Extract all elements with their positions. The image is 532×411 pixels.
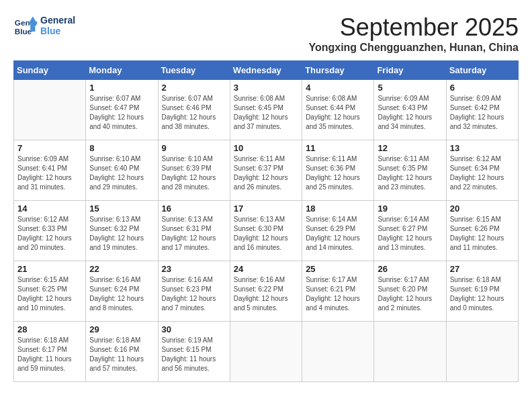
calendar-cell <box>230 322 302 382</box>
day-number: 2 <box>162 83 226 93</box>
calendar-week-row: 1Sunrise: 6:07 AM Sunset: 6:47 PM Daylig… <box>14 80 519 140</box>
location-title: Yongxing Chengguanzhen, Hunan, China <box>308 42 519 54</box>
calendar-cell: 26Sunrise: 6:17 AM Sunset: 6:20 PM Dayli… <box>374 261 446 322</box>
calendar-cell: 6Sunrise: 6:09 AM Sunset: 6:42 PM Daylig… <box>446 80 518 140</box>
logo-icon: General Blue <box>13 13 38 38</box>
calendar-cell: 11Sunrise: 6:11 AM Sunset: 6:36 PM Dayli… <box>302 140 374 201</box>
calendar-cell: 14Sunrise: 6:12 AM Sunset: 6:33 PM Dayli… <box>14 201 86 261</box>
day-number: 13 <box>450 143 515 153</box>
day-number: 6 <box>450 83 515 93</box>
calendar-cell: 18Sunrise: 6:14 AM Sunset: 6:29 PM Dayli… <box>302 201 374 261</box>
day-info: Sunrise: 6:08 AM Sunset: 6:45 PM Dayligh… <box>234 94 298 132</box>
calendar-table: SundayMondayTuesdayWednesdayThursdayFrid… <box>13 60 519 382</box>
calendar-cell: 3Sunrise: 6:08 AM Sunset: 6:45 PM Daylig… <box>230 80 302 140</box>
day-info: Sunrise: 6:12 AM Sunset: 6:33 PM Dayligh… <box>17 215 82 253</box>
day-info: Sunrise: 6:13 AM Sunset: 6:30 PM Dayligh… <box>234 215 298 253</box>
day-number: 16 <box>162 203 226 214</box>
day-info: Sunrise: 6:11 AM Sunset: 6:37 PM Dayligh… <box>234 154 298 192</box>
title-section: September 2025 Yongxing Chengguanzhen, H… <box>308 13 519 54</box>
day-info: Sunrise: 6:09 AM Sunset: 6:42 PM Dayligh… <box>450 94 515 132</box>
day-number: 23 <box>162 264 226 274</box>
day-info: Sunrise: 6:11 AM Sunset: 6:36 PM Dayligh… <box>306 154 370 192</box>
day-number: 12 <box>378 143 442 153</box>
day-number: 10 <box>234 143 298 153</box>
calendar-cell: 4Sunrise: 6:08 AM Sunset: 6:44 PM Daylig… <box>302 80 374 140</box>
calendar-cell: 7Sunrise: 6:09 AM Sunset: 6:41 PM Daylig… <box>14 140 86 201</box>
calendar-cell: 29Sunrise: 6:18 AM Sunset: 6:16 PM Dayli… <box>86 322 158 382</box>
calendar-cell <box>302 322 374 382</box>
day-info: Sunrise: 6:11 AM Sunset: 6:35 PM Dayligh… <box>378 154 442 192</box>
weekday-header-saturday: Saturday <box>446 61 518 80</box>
day-info: Sunrise: 6:14 AM Sunset: 6:27 PM Dayligh… <box>378 215 442 253</box>
calendar-cell: 30Sunrise: 6:19 AM Sunset: 6:15 PM Dayli… <box>158 322 230 382</box>
calendar-week-row: 21Sunrise: 6:15 AM Sunset: 6:25 PM Dayli… <box>14 261 519 322</box>
day-number: 20 <box>450 203 515 214</box>
logo-text-general: General <box>40 15 75 26</box>
day-info: Sunrise: 6:16 AM Sunset: 6:22 PM Dayligh… <box>234 275 298 313</box>
weekday-header-thursday: Thursday <box>302 61 374 80</box>
day-number: 28 <box>17 324 82 334</box>
calendar-week-row: 14Sunrise: 6:12 AM Sunset: 6:33 PM Dayli… <box>14 201 519 261</box>
day-info: Sunrise: 6:19 AM Sunset: 6:15 PM Dayligh… <box>162 336 226 373</box>
day-number: 27 <box>450 264 515 274</box>
day-number: 25 <box>306 264 370 274</box>
day-info: Sunrise: 6:18 AM Sunset: 6:16 PM Dayligh… <box>89 336 154 373</box>
day-number: 21 <box>17 264 82 274</box>
calendar-cell: 10Sunrise: 6:11 AM Sunset: 6:37 PM Dayli… <box>230 140 302 201</box>
day-number: 15 <box>89 203 154 214</box>
day-number: 17 <box>234 203 298 214</box>
page-header: General Blue General Blue September 2025… <box>13 13 519 54</box>
day-info: Sunrise: 6:16 AM Sunset: 6:23 PM Dayligh… <box>162 275 226 313</box>
day-number: 7 <box>17 143 82 153</box>
day-info: Sunrise: 6:16 AM Sunset: 6:24 PM Dayligh… <box>89 275 154 313</box>
calendar-cell: 15Sunrise: 6:13 AM Sunset: 6:32 PM Dayli… <box>86 201 158 261</box>
day-info: Sunrise: 6:15 AM Sunset: 6:26 PM Dayligh… <box>450 215 515 253</box>
calendar-cell: 16Sunrise: 6:13 AM Sunset: 6:31 PM Dayli… <box>158 201 230 261</box>
calendar-cell: 1Sunrise: 6:07 AM Sunset: 6:47 PM Daylig… <box>86 80 158 140</box>
calendar-week-row: 7Sunrise: 6:09 AM Sunset: 6:41 PM Daylig… <box>14 140 519 201</box>
calendar-cell: 24Sunrise: 6:16 AM Sunset: 6:22 PM Dayli… <box>230 261 302 322</box>
day-info: Sunrise: 6:18 AM Sunset: 6:17 PM Dayligh… <box>17 336 82 373</box>
day-number: 4 <box>306 83 370 93</box>
day-info: Sunrise: 6:10 AM Sunset: 6:39 PM Dayligh… <box>162 154 226 192</box>
day-number: 8 <box>89 143 154 153</box>
day-number: 5 <box>378 83 442 93</box>
calendar-cell: 8Sunrise: 6:10 AM Sunset: 6:40 PM Daylig… <box>86 140 158 201</box>
calendar-cell: 5Sunrise: 6:09 AM Sunset: 6:43 PM Daylig… <box>374 80 446 140</box>
calendar-cell <box>14 80 86 140</box>
calendar-header: SundayMondayTuesdayWednesdayThursdayFrid… <box>14 61 519 80</box>
day-info: Sunrise: 6:10 AM Sunset: 6:40 PM Dayligh… <box>89 154 154 192</box>
calendar-cell: 17Sunrise: 6:13 AM Sunset: 6:30 PM Dayli… <box>230 201 302 261</box>
weekday-header-friday: Friday <box>374 61 446 80</box>
day-number: 24 <box>234 264 298 274</box>
calendar-cell: 28Sunrise: 6:18 AM Sunset: 6:17 PM Dayli… <box>14 322 86 382</box>
day-info: Sunrise: 6:15 AM Sunset: 6:25 PM Dayligh… <box>17 275 82 313</box>
logo-text-blue: Blue <box>40 26 75 36</box>
day-info: Sunrise: 6:07 AM Sunset: 6:46 PM Dayligh… <box>162 94 226 132</box>
day-info: Sunrise: 6:08 AM Sunset: 6:44 PM Dayligh… <box>306 94 370 132</box>
calendar-cell <box>374 322 446 382</box>
weekday-header-monday: Monday <box>86 61 158 80</box>
day-info: Sunrise: 6:12 AM Sunset: 6:34 PM Dayligh… <box>450 154 515 192</box>
weekday-header-sunday: Sunday <box>14 61 86 80</box>
day-number: 11 <box>306 143 370 153</box>
logo: General Blue General Blue <box>13 13 75 38</box>
day-number: 14 <box>17 203 82 214</box>
calendar-cell: 13Sunrise: 6:12 AM Sunset: 6:34 PM Dayli… <box>446 140 518 201</box>
calendar-cell: 20Sunrise: 6:15 AM Sunset: 6:26 PM Dayli… <box>446 201 518 261</box>
day-info: Sunrise: 6:09 AM Sunset: 6:43 PM Dayligh… <box>378 94 442 132</box>
calendar-cell: 22Sunrise: 6:16 AM Sunset: 6:24 PM Dayli… <box>86 261 158 322</box>
day-info: Sunrise: 6:14 AM Sunset: 6:29 PM Dayligh… <box>306 215 370 253</box>
calendar-week-row: 28Sunrise: 6:18 AM Sunset: 6:17 PM Dayli… <box>14 322 519 382</box>
day-number: 9 <box>162 143 226 153</box>
calendar-cell: 25Sunrise: 6:17 AM Sunset: 6:21 PM Dayli… <box>302 261 374 322</box>
weekday-header-wednesday: Wednesday <box>230 61 302 80</box>
day-number: 29 <box>89 324 154 334</box>
calendar-cell: 23Sunrise: 6:16 AM Sunset: 6:23 PM Dayli… <box>158 261 230 322</box>
calendar-cell <box>446 322 518 382</box>
day-info: Sunrise: 6:17 AM Sunset: 6:21 PM Dayligh… <box>306 275 370 313</box>
calendar-cell: 2Sunrise: 6:07 AM Sunset: 6:46 PM Daylig… <box>158 80 230 140</box>
day-info: Sunrise: 6:13 AM Sunset: 6:32 PM Dayligh… <box>89 215 154 253</box>
weekday-header-tuesday: Tuesday <box>158 61 230 80</box>
calendar-body: 1Sunrise: 6:07 AM Sunset: 6:47 PM Daylig… <box>14 80 519 382</box>
